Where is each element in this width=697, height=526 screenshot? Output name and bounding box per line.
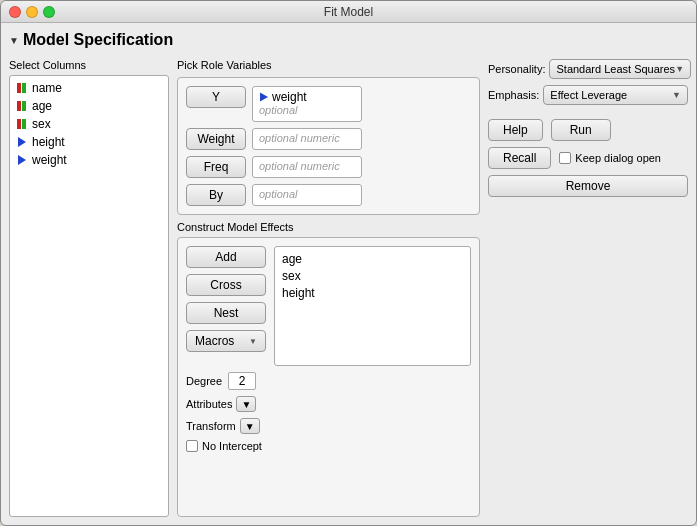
model-spec-header: ▼ Model Specification (9, 31, 688, 49)
variable-name: name (32, 81, 62, 95)
collapse-icon[interactable]: ▼ (9, 35, 19, 46)
personality-row: Personality: Standard Least Squares ▼ (488, 59, 688, 79)
by-role-button[interactable]: By (186, 184, 246, 206)
recall-row: Recall Keep dialog open (488, 147, 688, 169)
effect-item: sex (279, 268, 466, 284)
main-area: Select Columns name (9, 59, 688, 517)
transform-label: Transform (186, 420, 236, 432)
by-drop-area[interactable]: optional (252, 184, 362, 206)
degree-row: Degree (186, 372, 471, 390)
weight-drop-area[interactable]: optional numeric (252, 128, 362, 150)
maximize-button[interactable] (43, 6, 55, 18)
freq-role-button[interactable]: Freq (186, 156, 246, 178)
personality-dropdown[interactable]: Standard Least Squares ▼ (549, 59, 691, 79)
by-role-row: By optional (186, 184, 471, 206)
freq-drop-area[interactable]: optional numeric (252, 156, 362, 178)
nest-button[interactable]: Nest (186, 302, 266, 324)
y-drop-area[interactable]: weight optional (252, 86, 362, 122)
effects-box[interactable]: age sex height (274, 246, 471, 366)
y-var-name: weight (272, 90, 307, 104)
content-area: ▼ Model Specification Select Columns (1, 23, 696, 525)
left-column: Select Columns name (9, 59, 169, 517)
attributes-label: Attributes (186, 398, 232, 410)
variable-name: sex (32, 117, 51, 131)
pick-role-label: Pick Role Variables (177, 59, 480, 71)
continuous-icon (16, 154, 28, 166)
freq-role-row: Freq optional numeric (186, 156, 471, 178)
add-button[interactable]: Add (186, 246, 266, 268)
pick-role-section: Pick Role Variables Y weight (177, 59, 480, 215)
minimize-button[interactable] (26, 6, 38, 18)
construct-top: Add Cross Nest Macros ▼ age sex (186, 246, 471, 366)
nominal-icon (16, 100, 28, 112)
model-spec-title: Model Specification (23, 31, 173, 49)
construct-area: Add Cross Nest Macros ▼ age sex (177, 237, 480, 517)
cross-button[interactable]: Cross (186, 274, 266, 296)
macros-button[interactable]: Macros ▼ (186, 330, 266, 352)
construct-label: Construct Model Effects (177, 221, 480, 233)
nominal-icon (16, 118, 28, 130)
list-item[interactable]: sex (14, 116, 164, 132)
macros-arrow-icon: ▼ (249, 337, 257, 346)
emphasis-value: Effect Leverage (550, 89, 627, 101)
emphasis-row: Emphasis: Effect Leverage ▼ (488, 85, 688, 105)
transform-arrow-icon: ▼ (245, 421, 255, 432)
dropdown-arrow-icon: ▼ (241, 399, 251, 410)
select-columns-label: Select Columns (9, 59, 169, 71)
emphasis-dropdown[interactable]: Effect Leverage ▼ (543, 85, 688, 105)
svg-rect-2 (17, 101, 21, 111)
svg-rect-4 (17, 119, 21, 129)
svg-rect-3 (22, 101, 26, 111)
attributes-dropdown[interactable]: ▼ (236, 396, 256, 412)
effect-item: age (279, 251, 466, 267)
personality-value: Standard Least Squares (556, 63, 675, 75)
construct-buttons: Add Cross Nest Macros ▼ (186, 246, 266, 366)
list-item[interactable]: height (14, 134, 164, 150)
y-placeholder: optional (259, 104, 355, 116)
svg-rect-5 (22, 119, 26, 129)
by-placeholder: optional (259, 188, 355, 200)
list-item[interactable]: name (14, 80, 164, 96)
weight-placeholder: optional numeric (259, 132, 355, 144)
remove-button[interactable]: Remove (488, 175, 688, 197)
main-window: Fit Model ▼ Model Specification Select C… (0, 0, 697, 526)
close-button[interactable] (9, 6, 21, 18)
no-intercept-label: No Intercept (202, 440, 262, 452)
macros-label: Macros (195, 334, 234, 348)
traffic-lights (9, 6, 55, 18)
transform-row: Transform ▼ (186, 418, 471, 434)
variable-name: weight (32, 153, 67, 167)
help-button[interactable]: Help (488, 119, 543, 141)
titlebar: Fit Model (1, 1, 696, 23)
right-column: Personality: Standard Least Squares ▼ Em… (488, 59, 688, 517)
weight-role-button[interactable]: Weight (186, 128, 246, 150)
help-run-row: Help Run (488, 119, 688, 141)
no-intercept-checkbox[interactable] (186, 440, 198, 452)
degree-input[interactable] (228, 372, 256, 390)
construct-section: Construct Model Effects Add Cross Nest M… (177, 221, 480, 517)
svg-marker-8 (260, 93, 268, 102)
list-item[interactable]: age (14, 98, 164, 114)
window-title: Fit Model (324, 5, 373, 19)
list-item[interactable]: weight (14, 152, 164, 168)
keep-dialog-checkbox[interactable] (559, 152, 571, 164)
variable-name: height (32, 135, 65, 149)
y-role-button[interactable]: Y (186, 86, 246, 108)
select-columns-box[interactable]: name age (9, 75, 169, 517)
keep-dialog-row: Keep dialog open (559, 152, 661, 164)
svg-marker-6 (18, 137, 26, 147)
run-button[interactable]: Run (551, 119, 611, 141)
svg-rect-0 (17, 83, 21, 93)
personality-arrow-icon: ▼ (675, 64, 684, 74)
degree-label: Degree (186, 375, 222, 387)
transform-dropdown[interactable]: ▼ (240, 418, 260, 434)
role-area: Y weight optional (177, 77, 480, 215)
recall-remove-section: Recall Keep dialog open Remove (488, 147, 688, 197)
emphasis-arrow-icon: ▼ (672, 90, 681, 100)
attributes-row: Attributes ▼ (186, 396, 471, 412)
svg-marker-7 (18, 155, 26, 165)
recall-button[interactable]: Recall (488, 147, 551, 169)
no-intercept-row: No Intercept (186, 440, 471, 452)
effect-item: height (279, 285, 466, 301)
y-role-row: Y weight optional (186, 86, 471, 122)
